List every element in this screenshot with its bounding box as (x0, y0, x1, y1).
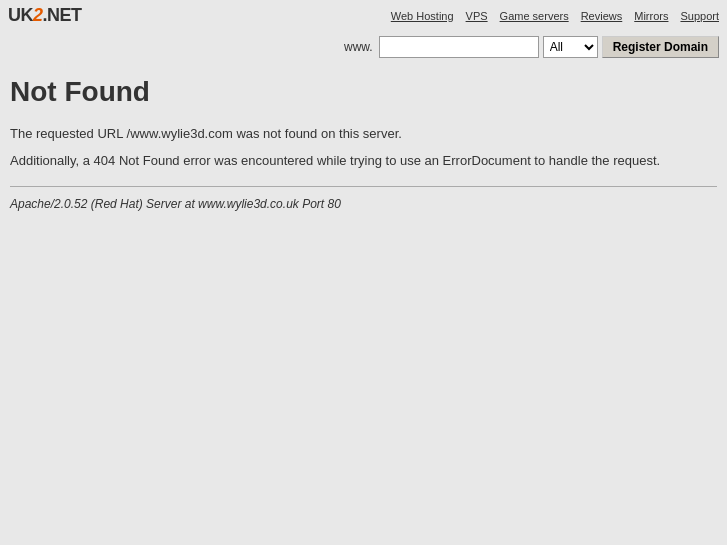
nav-support[interactable]: Support (680, 10, 719, 22)
logo-2: 2 (33, 5, 43, 25)
nav: Web Hosting VPS Game servers Reviews Mir… (391, 10, 719, 22)
www-label: www. (344, 40, 373, 54)
domain-select[interactable]: All .co.uk .com .net .org .org.uk (543, 36, 598, 58)
nav-game-servers[interactable]: Game servers (500, 10, 569, 22)
nav-mirrors[interactable]: Mirrors (634, 10, 668, 22)
register-domain-button[interactable]: Register Domain (602, 36, 719, 58)
divider (10, 186, 717, 187)
page-title: Not Found (10, 76, 717, 108)
logo-uk: UK (8, 5, 33, 25)
error-message-1: The requested URL /www.wylie3d.com was n… (10, 126, 717, 141)
logo-text: UK2.NET (8, 5, 82, 26)
header: UK2.NET Web Hosting VPS Game servers Rev… (0, 0, 727, 30)
logo-net: .NET (43, 5, 82, 25)
server-info: Apache/2.0.52 (Red Hat) Server at www.wy… (10, 197, 717, 211)
nav-web-hosting[interactable]: Web Hosting (391, 10, 454, 22)
nav-vps[interactable]: VPS (466, 10, 488, 22)
error-message-2: Additionally, a 404 Not Found error was … (10, 153, 717, 168)
main-content: Not Found The requested URL /www.wylie3d… (0, 64, 727, 221)
nav-reviews[interactable]: Reviews (581, 10, 623, 22)
logo: UK2.NET (8, 5, 82, 26)
domain-input[interactable] (379, 36, 539, 58)
domain-bar: www. All .co.uk .com .net .org .org.uk R… (0, 30, 727, 64)
